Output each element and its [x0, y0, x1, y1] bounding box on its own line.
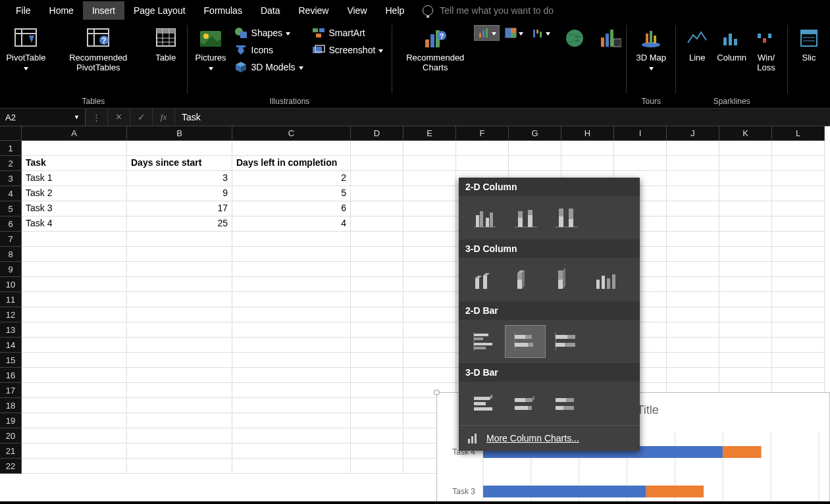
row-header[interactable]: 13	[0, 322, 22, 338]
fx-button[interactable]: fx	[153, 109, 175, 126]
cell[interactable]	[351, 232, 403, 247]
3d-clustered-bar-option[interactable]	[464, 387, 505, 420]
cell[interactable]	[403, 216, 456, 232]
maps-button[interactable]	[559, 24, 590, 75]
column-header[interactable]: I	[614, 126, 667, 141]
cell[interactable]	[351, 186, 403, 201]
column-header[interactable]: J	[667, 126, 719, 141]
cell[interactable]	[403, 353, 456, 368]
cell[interactable]	[719, 292, 772, 307]
cell[interactable]	[22, 428, 127, 443]
cell[interactable]	[719, 262, 772, 277]
cell[interactable]	[403, 201, 456, 216]
cell[interactable]: Task 3	[22, 201, 127, 216]
cell[interactable]	[719, 353, 772, 368]
cell[interactable]	[232, 262, 351, 277]
cell[interactable]	[232, 292, 351, 307]
cell[interactable]: 17	[127, 201, 232, 216]
cell[interactable]	[667, 292, 719, 307]
column-header[interactable]: K	[719, 126, 772, 141]
cell[interactable]	[667, 307, 719, 322]
row-header[interactable]: 6	[0, 216, 22, 232]
cell[interactable]	[127, 322, 232, 338]
stacked-column-option[interactable]	[505, 201, 546, 234]
cell[interactable]	[351, 141, 403, 156]
cell[interactable]: 2	[232, 171, 351, 186]
cell[interactable]: Task 2	[22, 186, 127, 201]
clustered-column-option[interactable]	[464, 201, 505, 234]
cell[interactable]	[667, 368, 719, 383]
cell[interactable]	[561, 141, 614, 156]
cell[interactable]	[127, 413, 232, 428]
column-header[interactable]: E	[403, 126, 456, 141]
cell[interactable]	[351, 247, 403, 262]
cell[interactable]	[127, 307, 232, 322]
cell[interactable]	[667, 232, 719, 247]
cell[interactable]	[667, 216, 719, 232]
row-header[interactable]: 15	[0, 353, 22, 368]
cell[interactable]: 6	[232, 201, 351, 216]
cell[interactable]	[127, 247, 232, 262]
cell[interactable]	[351, 171, 403, 186]
tab-formulas[interactable]: Formulas	[195, 1, 251, 20]
cell[interactable]	[127, 443, 232, 459]
screenshot-button[interactable]: Screenshot ▾	[308, 42, 387, 58]
cell[interactable]	[22, 307, 127, 322]
row-header[interactable]: 11	[0, 292, 22, 307]
row-header[interactable]: 8	[0, 247, 22, 262]
3d-stacked-100-column-option[interactable]	[546, 263, 586, 296]
cell[interactable]	[772, 232, 825, 247]
row-header[interactable]: 17	[0, 383, 22, 398]
cell[interactable]	[232, 353, 351, 368]
cell[interactable]	[403, 292, 456, 307]
3d-stacked-column-option[interactable]	[505, 263, 546, 296]
cell[interactable]	[351, 216, 403, 232]
stacked-100-bar-option[interactable]	[546, 325, 586, 358]
row-header[interactable]: 16	[0, 368, 22, 383]
cell[interactable]	[127, 353, 232, 368]
cell[interactable]	[667, 186, 719, 201]
cell[interactable]	[232, 428, 351, 443]
cell[interactable]	[127, 338, 232, 353]
cell[interactable]	[667, 156, 719, 171]
pivotchart-button[interactable]	[594, 24, 626, 75]
cell[interactable]	[772, 201, 825, 216]
cell[interactable]	[719, 247, 772, 262]
cell[interactable]	[667, 322, 719, 338]
cell[interactable]	[351, 277, 403, 292]
cell[interactable]	[772, 186, 825, 201]
row-header[interactable]: 19	[0, 413, 22, 428]
cell[interactable]	[351, 368, 403, 383]
cell[interactable]	[351, 201, 403, 216]
cell[interactable]	[127, 277, 232, 292]
tell-me[interactable]: Tell me what you want to do	[423, 5, 554, 16]
cell[interactable]	[509, 141, 561, 156]
row-header[interactable]: 9	[0, 262, 22, 277]
row-header[interactable]: 4	[0, 186, 22, 201]
cell[interactable]: 25	[127, 216, 232, 232]
smartart-button[interactable]: SmartArt	[308, 25, 387, 41]
cell[interactable]	[351, 307, 403, 322]
tab-data[interactable]: Data	[251, 1, 290, 20]
3d-stacked-bar-option[interactable]	[505, 387, 546, 420]
tab-page-layout[interactable]: Page Layout	[124, 1, 195, 20]
cell[interactable]	[22, 247, 127, 262]
cell[interactable]	[22, 383, 127, 398]
tab-file[interactable]: File	[7, 1, 40, 20]
tab-help[interactable]: Help	[376, 1, 414, 20]
cell[interactable]	[719, 338, 772, 353]
cell[interactable]	[719, 216, 772, 232]
cell[interactable]	[667, 141, 719, 156]
accept-formula-button[interactable]: ✓	[130, 109, 153, 126]
icons-button[interactable]: Icons	[230, 42, 307, 58]
cell[interactable]	[403, 338, 456, 353]
cell[interactable]	[232, 338, 351, 353]
row-header[interactable]: 1	[0, 141, 22, 156]
cell[interactable]	[22, 277, 127, 292]
cell[interactable]	[614, 156, 667, 171]
row-header[interactable]: 22	[0, 459, 22, 474]
cancel-formula-button[interactable]: ×	[108, 109, 130, 126]
more-column-charts[interactable]: More Column Charts...	[459, 425, 640, 451]
cell[interactable]	[22, 232, 127, 247]
cell[interactable]	[719, 277, 772, 292]
